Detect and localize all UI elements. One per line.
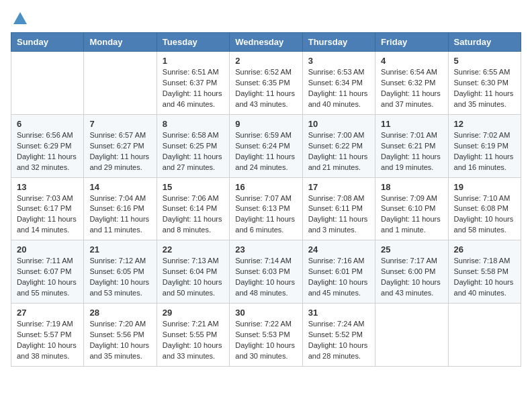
calendar-cell: 7Sunrise: 6:57 AM Sunset: 6:27 PM Daylig… bbox=[84, 114, 157, 177]
cell-content: Sunrise: 7:08 AM Sunset: 6:11 PM Dayligh… bbox=[308, 193, 369, 236]
day-number: 12 bbox=[454, 119, 515, 129]
day-number: 16 bbox=[235, 182, 296, 192]
day-number: 26 bbox=[454, 244, 515, 255]
cell-content: Sunrise: 7:11 AM Sunset: 6:07 PM Dayligh… bbox=[17, 256, 78, 299]
day-number: 15 bbox=[163, 182, 224, 192]
calendar-cell: 23Sunrise: 7:14 AM Sunset: 6:03 PM Dayli… bbox=[230, 240, 302, 304]
page-header bbox=[11, 11, 521, 27]
cell-content: Sunrise: 7:13 AM Sunset: 6:04 PM Dayligh… bbox=[163, 256, 224, 299]
calendar-cell: 12Sunrise: 7:02 AM Sunset: 6:19 PM Dayli… bbox=[448, 114, 521, 177]
cell-content: Sunrise: 7:03 AM Sunset: 6:17 PM Dayligh… bbox=[17, 193, 78, 236]
day-number: 20 bbox=[17, 244, 78, 255]
weekday-header-thursday: Thursday bbox=[302, 33, 375, 52]
calendar-cell: 29Sunrise: 7:21 AM Sunset: 5:55 PM Dayli… bbox=[157, 304, 229, 367]
calendar-cell: 1Sunrise: 6:51 AM Sunset: 6:37 PM Daylig… bbox=[157, 52, 229, 115]
day-number: 10 bbox=[308, 119, 369, 129]
cell-content: Sunrise: 7:02 AM Sunset: 6:19 PM Dayligh… bbox=[454, 130, 515, 173]
cell-content: Sunrise: 7:10 AM Sunset: 6:08 PM Dayligh… bbox=[454, 193, 515, 236]
day-number: 22 bbox=[163, 244, 224, 255]
cell-content: Sunrise: 6:52 AM Sunset: 6:35 PM Dayligh… bbox=[235, 67, 296, 110]
calendar-cell: 24Sunrise: 7:16 AM Sunset: 6:01 PM Dayli… bbox=[302, 240, 375, 304]
day-number: 30 bbox=[235, 308, 296, 318]
calendar-cell: 25Sunrise: 7:17 AM Sunset: 6:00 PM Dayli… bbox=[375, 240, 448, 304]
week-row-1: 1Sunrise: 6:51 AM Sunset: 6:37 PM Daylig… bbox=[11, 52, 521, 115]
calendar-cell: 13Sunrise: 7:03 AM Sunset: 6:17 PM Dayli… bbox=[11, 177, 84, 240]
cell-content: Sunrise: 7:07 AM Sunset: 6:13 PM Dayligh… bbox=[235, 193, 296, 236]
day-number: 13 bbox=[17, 182, 78, 192]
cell-content: Sunrise: 6:53 AM Sunset: 6:34 PM Dayligh… bbox=[308, 67, 369, 110]
week-row-5: 27Sunrise: 7:19 AM Sunset: 5:57 PM Dayli… bbox=[11, 304, 521, 367]
calendar-cell bbox=[84, 52, 157, 115]
week-row-2: 6Sunrise: 6:56 AM Sunset: 6:29 PM Daylig… bbox=[11, 114, 521, 177]
calendar-cell: 4Sunrise: 6:54 AM Sunset: 6:32 PM Daylig… bbox=[375, 52, 448, 115]
day-number: 31 bbox=[308, 308, 369, 318]
calendar-cell: 31Sunrise: 7:24 AM Sunset: 5:52 PM Dayli… bbox=[302, 304, 375, 367]
calendar-cell: 11Sunrise: 7:01 AM Sunset: 6:21 PM Dayli… bbox=[375, 114, 448, 177]
calendar-cell bbox=[375, 304, 448, 367]
day-number: 25 bbox=[381, 244, 442, 255]
day-number: 4 bbox=[381, 56, 442, 66]
calendar-cell: 26Sunrise: 7:18 AM Sunset: 5:58 PM Dayli… bbox=[448, 240, 521, 304]
cell-content: Sunrise: 7:18 AM Sunset: 5:58 PM Dayligh… bbox=[454, 256, 515, 299]
cell-content: Sunrise: 6:51 AM Sunset: 6:37 PM Dayligh… bbox=[163, 67, 224, 110]
calendar-cell: 8Sunrise: 6:58 AM Sunset: 6:25 PM Daylig… bbox=[157, 114, 229, 177]
calendar-cell: 14Sunrise: 7:04 AM Sunset: 6:16 PM Dayli… bbox=[84, 177, 157, 240]
day-number: 2 bbox=[235, 56, 296, 66]
calendar-cell: 6Sunrise: 6:56 AM Sunset: 6:29 PM Daylig… bbox=[11, 114, 84, 177]
cell-content: Sunrise: 7:22 AM Sunset: 5:53 PM Dayligh… bbox=[235, 319, 296, 362]
calendar-cell: 19Sunrise: 7:10 AM Sunset: 6:08 PM Dayli… bbox=[448, 177, 521, 240]
day-number: 18 bbox=[381, 182, 442, 192]
cell-content: Sunrise: 7:24 AM Sunset: 5:52 PM Dayligh… bbox=[308, 319, 369, 362]
calendar-table: SundayMondayTuesdayWednesdayThursdayFrid… bbox=[11, 32, 521, 367]
calendar-cell: 10Sunrise: 7:00 AM Sunset: 6:22 PM Dayli… bbox=[302, 114, 375, 177]
day-number: 1 bbox=[163, 56, 224, 66]
cell-content: Sunrise: 6:58 AM Sunset: 6:25 PM Dayligh… bbox=[163, 130, 224, 173]
cell-content: Sunrise: 7:20 AM Sunset: 5:56 PM Dayligh… bbox=[89, 319, 150, 362]
day-number: 6 bbox=[17, 119, 78, 129]
day-number: 19 bbox=[454, 182, 515, 192]
calendar-cell: 27Sunrise: 7:19 AM Sunset: 5:57 PM Dayli… bbox=[11, 304, 84, 367]
day-number: 27 bbox=[17, 308, 78, 318]
cell-content: Sunrise: 7:09 AM Sunset: 6:10 PM Dayligh… bbox=[381, 193, 442, 236]
day-number: 14 bbox=[89, 182, 150, 192]
weekday-header-friday: Friday bbox=[375, 33, 448, 52]
calendar-cell: 5Sunrise: 6:55 AM Sunset: 6:30 PM Daylig… bbox=[448, 52, 521, 115]
calendar-cell: 28Sunrise: 7:20 AM Sunset: 5:56 PM Dayli… bbox=[84, 304, 157, 367]
calendar-cell bbox=[11, 52, 84, 115]
calendar-cell: 18Sunrise: 7:09 AM Sunset: 6:10 PM Dayli… bbox=[375, 177, 448, 240]
cell-content: Sunrise: 6:55 AM Sunset: 6:30 PM Dayligh… bbox=[454, 67, 515, 110]
calendar-cell: 16Sunrise: 7:07 AM Sunset: 6:13 PM Dayli… bbox=[230, 177, 302, 240]
calendar-cell bbox=[448, 304, 521, 367]
cell-content: Sunrise: 6:54 AM Sunset: 6:32 PM Dayligh… bbox=[381, 67, 442, 110]
day-number: 11 bbox=[381, 119, 442, 129]
cell-content: Sunrise: 7:00 AM Sunset: 6:22 PM Dayligh… bbox=[308, 130, 369, 173]
cell-content: Sunrise: 7:16 AM Sunset: 6:01 PM Dayligh… bbox=[308, 256, 369, 299]
logo bbox=[11, 11, 28, 27]
weekday-header-tuesday: Tuesday bbox=[157, 33, 229, 52]
calendar-cell: 30Sunrise: 7:22 AM Sunset: 5:53 PM Dayli… bbox=[230, 304, 302, 367]
weekday-header-monday: Monday bbox=[84, 33, 157, 52]
svg-marker-0 bbox=[13, 12, 27, 24]
cell-content: Sunrise: 7:01 AM Sunset: 6:21 PM Dayligh… bbox=[381, 130, 442, 173]
calendar-cell: 22Sunrise: 7:13 AM Sunset: 6:04 PM Dayli… bbox=[157, 240, 229, 304]
calendar-cell: 3Sunrise: 6:53 AM Sunset: 6:34 PM Daylig… bbox=[302, 52, 375, 115]
day-number: 21 bbox=[89, 244, 150, 255]
cell-content: Sunrise: 6:56 AM Sunset: 6:29 PM Dayligh… bbox=[17, 130, 78, 173]
day-number: 24 bbox=[308, 244, 369, 255]
calendar-cell: 20Sunrise: 7:11 AM Sunset: 6:07 PM Dayli… bbox=[11, 240, 84, 304]
cell-content: Sunrise: 7:06 AM Sunset: 6:14 PM Dayligh… bbox=[163, 193, 224, 236]
day-number: 8 bbox=[163, 119, 224, 129]
cell-content: Sunrise: 6:59 AM Sunset: 6:24 PM Dayligh… bbox=[235, 130, 296, 173]
day-number: 7 bbox=[89, 119, 150, 129]
cell-content: Sunrise: 7:19 AM Sunset: 5:57 PM Dayligh… bbox=[17, 319, 78, 362]
cell-content: Sunrise: 7:21 AM Sunset: 5:55 PM Dayligh… bbox=[163, 319, 224, 362]
cell-content: Sunrise: 7:14 AM Sunset: 6:03 PM Dayligh… bbox=[235, 256, 296, 299]
weekday-header-row: SundayMondayTuesdayWednesdayThursdayFrid… bbox=[11, 33, 521, 52]
day-number: 29 bbox=[163, 308, 224, 318]
week-row-4: 20Sunrise: 7:11 AM Sunset: 6:07 PM Dayli… bbox=[11, 240, 521, 304]
day-number: 9 bbox=[235, 119, 296, 129]
weekday-header-saturday: Saturday bbox=[448, 33, 521, 52]
day-number: 28 bbox=[89, 308, 150, 318]
weekday-header-wednesday: Wednesday bbox=[230, 33, 302, 52]
cell-content: Sunrise: 7:17 AM Sunset: 6:00 PM Dayligh… bbox=[381, 256, 442, 299]
